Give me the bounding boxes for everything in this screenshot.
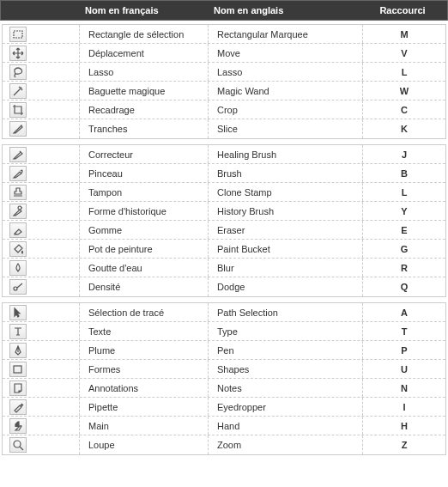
table-row: PipetteEyedropperI bbox=[3, 398, 445, 417]
tool-shortcut: V bbox=[363, 44, 445, 62]
crop-icon bbox=[9, 102, 27, 118]
tool-name-en: Brush bbox=[209, 164, 363, 182]
tool-name-fr: Tranches bbox=[80, 119, 209, 138]
healing-icon bbox=[9, 147, 27, 162]
tool-shortcut: C bbox=[363, 100, 445, 119]
tool-name-fr: Sélection de tracé bbox=[80, 303, 209, 321]
svg-point-2 bbox=[14, 441, 21, 447]
table-row: AnnotationsNotesN bbox=[3, 379, 445, 398]
tool-name-en: Crop bbox=[209, 100, 363, 119]
path-select-icon bbox=[9, 305, 27, 320]
tool-name-fr: Rectangle de sélection bbox=[80, 25, 209, 43]
table-row: Pot de peinturePaint BucketG bbox=[3, 240, 445, 259]
header-fr: Nom en français bbox=[80, 5, 209, 15]
pen-icon bbox=[9, 343, 27, 358]
tool-name-en: Path Selection bbox=[209, 303, 363, 321]
tool-name-en: Rectangular Marquee bbox=[209, 25, 363, 43]
tool-shortcut: L bbox=[363, 183, 445, 201]
tool-icon-cell bbox=[3, 303, 80, 321]
tool-name-fr: Loupe bbox=[80, 435, 209, 454]
tool-shortcut: R bbox=[363, 259, 445, 277]
tool-name-en: Hand bbox=[209, 417, 363, 435]
tool-group: CorrecteurHealing BrushJPinceauBrushBTam… bbox=[2, 144, 446, 297]
tool-icon-cell bbox=[3, 322, 80, 340]
eraser-icon bbox=[9, 222, 27, 238]
table-row: Sélection de tracéPath SelectionA bbox=[3, 303, 445, 322]
tool-name-en: Move bbox=[209, 44, 363, 62]
tool-icon-cell bbox=[3, 145, 80, 163]
table-header: Nom en français Nom en anglais Raccourci bbox=[0, 0, 448, 21]
tool-name-fr: Texte bbox=[80, 322, 209, 340]
tool-name-en: Pen bbox=[209, 341, 363, 359]
table-row: Forme d'historiqueHistory BrushY bbox=[3, 202, 445, 221]
tool-name-fr: Pipette bbox=[80, 398, 209, 416]
bucket-icon bbox=[9, 241, 27, 257]
move-icon bbox=[9, 46, 27, 61]
tool-name-fr: Déplacement bbox=[80, 44, 209, 62]
eyedropper-icon bbox=[9, 399, 27, 415]
tool-icon-cell bbox=[3, 183, 80, 201]
tool-shortcut: L bbox=[363, 63, 445, 81]
header-en: Nom en anglais bbox=[209, 5, 363, 15]
tool-name-fr: Goutte d'eau bbox=[80, 259, 209, 277]
tool-icon-cell bbox=[3, 202, 80, 220]
table-row: PinceauBrushB bbox=[3, 164, 445, 183]
tool-icon-cell bbox=[3, 63, 80, 81]
tool-shortcut: G bbox=[363, 240, 445, 258]
tool-shortcut: Q bbox=[363, 277, 445, 296]
tool-shortcut: Y bbox=[363, 202, 445, 220]
table-row: TranchesSliceK bbox=[3, 119, 445, 138]
tool-name-fr: Lasso bbox=[80, 63, 209, 81]
table-row: MainHandH bbox=[3, 417, 445, 435]
tool-name-fr: Plume bbox=[80, 341, 209, 359]
tool-shortcut: J bbox=[363, 145, 445, 163]
tool-name-fr: Pinceau bbox=[80, 164, 209, 182]
tool-shortcut: W bbox=[363, 82, 445, 100]
tool-icon-cell bbox=[3, 435, 80, 454]
notes-icon bbox=[9, 380, 27, 396]
table-row: PlumePenP bbox=[3, 341, 445, 360]
tool-group: Sélection de tracéPath SelectionATexteTy… bbox=[2, 302, 446, 455]
history-brush-icon bbox=[9, 204, 27, 219]
header-shortcut: Raccourci bbox=[363, 5, 447, 15]
tool-icon-cell bbox=[3, 25, 80, 43]
table-row: GommeEraserE bbox=[3, 221, 445, 240]
tool-shortcut: E bbox=[363, 221, 445, 239]
tool-icon-cell bbox=[3, 398, 80, 416]
tool-name-fr: Tampon bbox=[80, 183, 209, 201]
tool-icon-cell bbox=[3, 119, 80, 138]
tool-name-fr: Gomme bbox=[80, 221, 209, 239]
tool-name-en: Slice bbox=[209, 119, 363, 138]
svg-rect-1 bbox=[14, 366, 21, 373]
tool-icon-cell bbox=[3, 277, 80, 296]
table-row: LoupeZoomZ bbox=[3, 435, 445, 454]
tool-shortcut: B bbox=[363, 164, 445, 182]
svg-rect-0 bbox=[14, 31, 22, 38]
table-row: DensitéDodgeQ bbox=[3, 277, 445, 296]
tool-icon-cell bbox=[3, 379, 80, 397]
blur-icon bbox=[9, 260, 27, 276]
tool-icon-cell bbox=[3, 259, 80, 277]
table-row: TamponClone StampL bbox=[3, 183, 445, 202]
tool-name-fr: Formes bbox=[80, 360, 209, 378]
tool-shortcut: K bbox=[363, 119, 445, 138]
table-row: FormesShapesU bbox=[3, 360, 445, 379]
table-row: DéplacementMoveV bbox=[3, 44, 445, 63]
tool-shortcut: I bbox=[363, 398, 445, 416]
tool-name-en: Eyedropper bbox=[209, 398, 363, 416]
tool-name-en: Notes bbox=[209, 379, 363, 397]
tool-icon-cell bbox=[3, 44, 80, 62]
table-row: TexteTypeT bbox=[3, 322, 445, 341]
tool-shortcut: M bbox=[363, 25, 445, 43]
tool-name-en: Magic Wand bbox=[209, 82, 363, 100]
zoom-icon bbox=[9, 437, 27, 453]
shapes-icon bbox=[9, 362, 27, 377]
stamp-icon bbox=[9, 185, 27, 200]
tool-shortcut: H bbox=[363, 417, 445, 435]
tool-icon-cell bbox=[3, 164, 80, 182]
tool-name-en: Paint Bucket bbox=[209, 240, 363, 258]
table-row: LassoLassoL bbox=[3, 63, 445, 82]
tool-icon-cell bbox=[3, 360, 80, 378]
tool-shortcut: Z bbox=[363, 435, 445, 454]
table-row: Goutte d'eauBlurR bbox=[3, 259, 445, 277]
